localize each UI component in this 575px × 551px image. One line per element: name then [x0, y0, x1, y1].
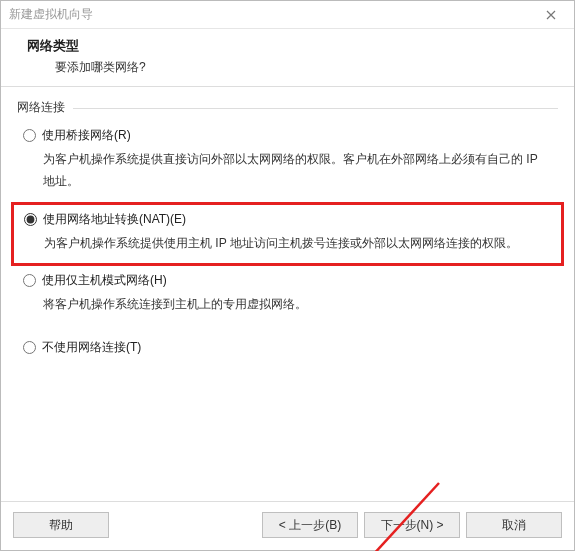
radio-hostonly[interactable]: [23, 274, 36, 287]
page-subtitle: 要添加哪类网络?: [9, 59, 566, 76]
footer: 帮助 < 上一步(B) 下一步(N) > 取消: [1, 501, 574, 550]
next-button[interactable]: 下一步(N) >: [364, 512, 460, 538]
back-button[interactable]: < 上一步(B): [262, 512, 358, 538]
option-nat-desc: 为客户机操作系统提供使用主机 IP 地址访问主机拨号连接或外部以太网网络连接的权…: [44, 232, 551, 254]
radio-nat[interactable]: [24, 213, 37, 226]
option-bridged-row[interactable]: 使用桥接网络(R): [23, 127, 552, 144]
window-title: 新建虚拟机向导: [9, 6, 534, 23]
option-hostonly-row[interactable]: 使用仅主机模式网络(H): [23, 272, 552, 289]
option-none-row[interactable]: 不使用网络连接(T): [23, 339, 552, 356]
group-label: 网络连接: [17, 100, 69, 114]
option-hostonly-label: 使用仅主机模式网络(H): [42, 272, 167, 289]
highlight-annotation: 使用网络地址转换(NAT)(E) 为客户机操作系统提供使用主机 IP 地址访问主…: [11, 202, 564, 265]
wizard-window: 新建虚拟机向导 网络类型 要添加哪类网络? 网络连接 使用桥接网络(R) 为客户…: [0, 0, 575, 551]
option-bridged: 使用桥接网络(R) 为客户机操作系统提供直接访问外部以太网网络的权限。客户机在外…: [17, 123, 558, 198]
radio-bridged[interactable]: [23, 129, 36, 142]
close-icon[interactable]: [534, 1, 568, 29]
titlebar: 新建虚拟机向导: [1, 1, 574, 29]
option-none: 不使用网络连接(T): [17, 335, 558, 362]
page-title: 网络类型: [9, 37, 566, 55]
option-none-label: 不使用网络连接(T): [42, 339, 141, 356]
help-button[interactable]: 帮助: [13, 512, 109, 538]
radio-none[interactable]: [23, 341, 36, 354]
option-nat: 使用网络地址转换(NAT)(E) 为客户机操作系统提供使用主机 IP 地址访问主…: [24, 211, 551, 254]
option-nat-row[interactable]: 使用网络地址转换(NAT)(E): [24, 211, 551, 228]
group-divider: [73, 108, 558, 109]
content-area: 网络连接 使用桥接网络(R) 为客户机操作系统提供直接访问外部以太网网络的权限。…: [1, 87, 574, 501]
option-hostonly-desc: 将客户机操作系统连接到主机上的专用虚拟网络。: [43, 293, 552, 315]
wizard-header: 网络类型 要添加哪类网络?: [1, 29, 574, 87]
option-bridged-label: 使用桥接网络(R): [42, 127, 131, 144]
option-nat-label: 使用网络地址转换(NAT)(E): [43, 211, 186, 228]
option-bridged-desc: 为客户机操作系统提供直接访问外部以太网网络的权限。客户机在外部网络上必须有自己的…: [43, 148, 552, 192]
cancel-button[interactable]: 取消: [466, 512, 562, 538]
option-hostonly: 使用仅主机模式网络(H) 将客户机操作系统连接到主机上的专用虚拟网络。: [17, 268, 558, 321]
